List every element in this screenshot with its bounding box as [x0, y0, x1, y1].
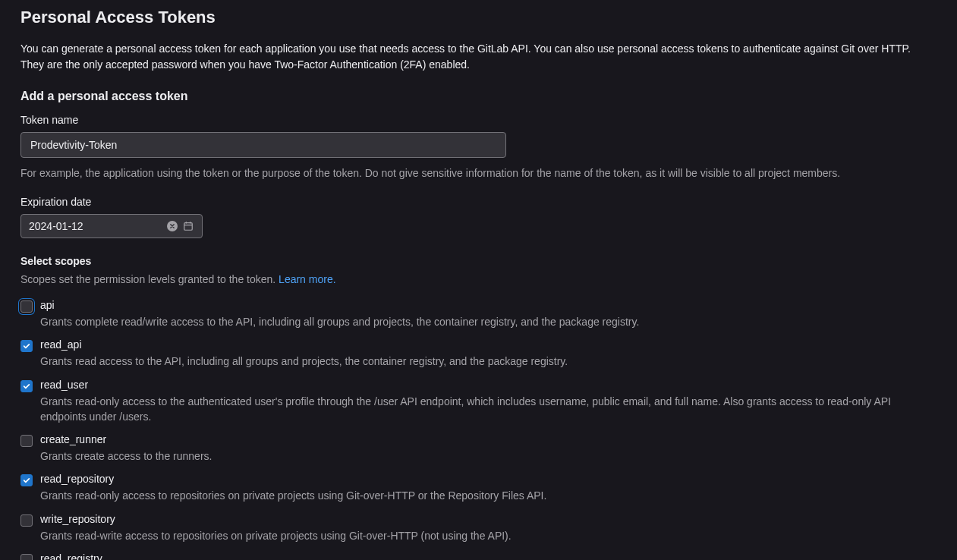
scopes-helper: Scopes set the permission levels granted… [20, 273, 937, 285]
scope-checkbox-create_runner[interactable] [20, 435, 33, 447]
scope-label-read_api[interactable]: read_api [40, 338, 82, 351]
scopes-label: Select scopes [20, 255, 937, 267]
expiration-label: Expiration date [20, 196, 937, 208]
scope-desc-read_repository: Grants read-only access to repositories … [40, 488, 937, 503]
scope-label-write_repository[interactable]: write_repository [40, 513, 115, 525]
page-description: You can generate a personal access token… [20, 41, 937, 73]
svg-rect-1 [184, 223, 193, 231]
scope-desc-read_api: Grants read access to the API, including… [40, 354, 937, 369]
scope-checkbox-read_registry[interactable] [20, 554, 33, 560]
clear-icon[interactable] [166, 220, 178, 232]
scope-desc-create_runner: Grants create access to the runners. [40, 448, 937, 464]
token-name-label: Token name [20, 114, 937, 126]
scope-checkbox-api[interactable] [20, 300, 33, 313]
learn-more-link[interactable]: Learn more. [279, 273, 335, 285]
scope-checkbox-read_api[interactable] [20, 340, 33, 352]
scope-label-create_runner[interactable]: create_runner [40, 433, 106, 445]
scope-item-read_user: read_userGrants read-only access to the … [20, 379, 937, 425]
calendar-icon[interactable] [183, 220, 195, 232]
scope-desc-api: Grants complete read/write access to the… [40, 314, 937, 329]
scope-checkbox-read_user[interactable] [20, 380, 33, 392]
scope-item-read_registry: read_registryGrants read-only access to … [20, 552, 937, 560]
scope-item-write_repository: write_repositoryGrants read-write access… [20, 513, 937, 543]
scope-label-read_user[interactable]: read_user [40, 379, 88, 391]
page-title: Personal Access Tokens [20, 8, 937, 27]
scope-desc-read_user: Grants read-only access to the authentic… [40, 394, 937, 425]
expiration-field[interactable] [20, 214, 203, 238]
scope-label-read_registry[interactable]: read_registry [40, 552, 102, 560]
scope-desc-write_repository: Grants read-write access to repositories… [40, 528, 937, 543]
scopes-list: apiGrants complete read/write access to … [20, 299, 937, 560]
scope-item-api: apiGrants complete read/write access to … [20, 299, 937, 329]
scope-checkbox-read_repository[interactable] [20, 474, 33, 486]
scope-label-api[interactable]: api [40, 299, 55, 311]
scope-item-read_repository: read_repositoryGrants read-only access t… [20, 473, 937, 503]
scope-item-create_runner: create_runnerGrants create access to the… [20, 433, 937, 464]
scope-label-read_repository[interactable]: read_repository [40, 473, 114, 485]
token-name-input[interactable] [20, 132, 506, 158]
scope-checkbox-write_repository[interactable] [20, 514, 33, 527]
expiration-input[interactable] [29, 220, 162, 232]
form-heading: Add a personal access token [20, 90, 937, 103]
token-name-helper: For example, the application using the t… [20, 167, 937, 179]
scopes-helper-text: Scopes set the permission levels granted… [20, 273, 279, 285]
scope-item-read_api: read_apiGrants read access to the API, i… [20, 338, 937, 369]
